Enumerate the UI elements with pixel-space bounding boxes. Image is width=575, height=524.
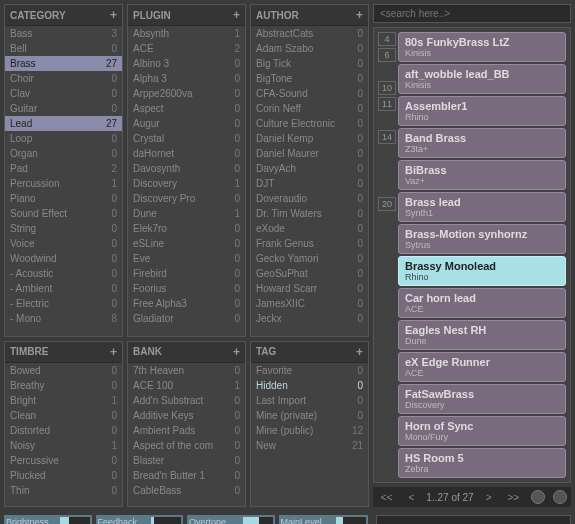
- search-input[interactable]: [373, 4, 571, 23]
- preset-item[interactable]: 80s FunkyBrass LtZKinisis: [398, 32, 566, 62]
- list-item[interactable]: Clav0: [5, 86, 122, 101]
- list-item[interactable]: Absynth1: [128, 26, 245, 41]
- list-item[interactable]: Aspect of the com0: [128, 438, 245, 453]
- add-icon[interactable]: +: [233, 345, 240, 359]
- list-item[interactable]: Davosynth0: [128, 161, 245, 176]
- preset-item[interactable]: Eagles Nest RHDune: [398, 320, 566, 350]
- list-item[interactable]: Gecko Yamori0: [251, 251, 368, 266]
- pager-first[interactable]: <<: [377, 492, 397, 503]
- list-item[interactable]: daHornet0: [128, 146, 245, 161]
- list-item[interactable]: CFA-Sound0: [251, 86, 368, 101]
- list-item[interactable]: Adam Szabo0: [251, 41, 368, 56]
- list-item[interactable]: Voice0: [5, 236, 122, 251]
- list-item[interactable]: Plucked0: [5, 468, 122, 483]
- list-item[interactable]: eSLine0: [128, 236, 245, 251]
- list-item[interactable]: Crystal0: [128, 131, 245, 146]
- list-item[interactable]: Percussion1: [5, 176, 122, 191]
- list-item[interactable]: New21: [251, 438, 368, 453]
- list-item[interactable]: Additive Keys0: [128, 408, 245, 423]
- list-item[interactable]: Aspect0: [128, 101, 245, 116]
- list-item[interactable]: Noisy1: [5, 438, 122, 453]
- list-item[interactable]: Brass27: [5, 56, 122, 71]
- list-item[interactable]: Frank Genus0: [251, 236, 368, 251]
- add-icon[interactable]: +: [356, 345, 363, 359]
- param-slider[interactable]: MainLevel: [279, 515, 368, 524]
- list-item[interactable]: Mine (private)0: [251, 408, 368, 423]
- list-item[interactable]: Sound Effect0: [5, 206, 122, 221]
- preset-item[interactable]: Car horn leadACE: [398, 288, 566, 318]
- list-item[interactable]: Favorite0: [251, 363, 368, 378]
- param-slider[interactable]: Brightness: [4, 515, 92, 524]
- list-item[interactable]: Piano0: [5, 191, 122, 206]
- list-item[interactable]: JamesXIIC0: [251, 296, 368, 311]
- pager-circle[interactable]: [531, 490, 545, 504]
- list-item[interactable]: Choir0: [5, 71, 122, 86]
- preset-item[interactable]: Horn of SyncMono/Fury: [398, 416, 566, 446]
- list-item[interactable]: - Acoustic0: [5, 266, 122, 281]
- param-slider[interactable]: Feedback: [96, 515, 184, 524]
- preset-item[interactable]: Brass-Motion synhornzSytrus: [398, 224, 566, 254]
- list-item[interactable]: Gladiator0: [128, 311, 245, 326]
- list-item[interactable]: Guitar0: [5, 101, 122, 116]
- plugin-list[interactable]: Absynth1ACE2Albino 30Alpha 30Arppe2600va…: [128, 26, 245, 336]
- list-item[interactable]: - Electric0: [5, 296, 122, 311]
- list-item[interactable]: String0: [5, 221, 122, 236]
- list-item[interactable]: Doveraudio0: [251, 191, 368, 206]
- list-item[interactable]: Hidden0: [251, 378, 368, 393]
- list-item[interactable]: ACE 1001: [128, 378, 245, 393]
- list-item[interactable]: - Mono8: [5, 311, 122, 326]
- list-item[interactable]: ACE2: [128, 41, 245, 56]
- author-list[interactable]: AbstractCats0Adam Szabo0Big Tick0BigTone…: [251, 26, 368, 336]
- list-item[interactable]: Arppe2600va0: [128, 86, 245, 101]
- list-item[interactable]: AbstractCats0: [251, 26, 368, 41]
- list-item[interactable]: Augur0: [128, 116, 245, 131]
- list-item[interactable]: Dr. Tim Waters0: [251, 206, 368, 221]
- list-item[interactable]: Organ0: [5, 146, 122, 161]
- list-item[interactable]: DJT0: [251, 176, 368, 191]
- list-item[interactable]: - Ambient0: [5, 281, 122, 296]
- list-item[interactable]: Mine (public)12: [251, 423, 368, 438]
- list-item[interactable]: CableBass0: [128, 483, 245, 498]
- param-slider[interactable]: Overtone: [187, 515, 275, 524]
- list-item[interactable]: Bread'n Butter 10: [128, 468, 245, 483]
- category-list[interactable]: Bass3Bell0Brass27Choir0Clav0Guitar0Lead2…: [5, 26, 122, 336]
- list-item[interactable]: Eve0: [128, 251, 245, 266]
- preset-item[interactable]: Assembler1Rhino: [398, 96, 566, 126]
- list-item[interactable]: Elek7ro0: [128, 221, 245, 236]
- list-item[interactable]: BigTone0: [251, 71, 368, 86]
- preset-item[interactable]: Band BrassZ3ta+: [398, 128, 566, 158]
- add-icon[interactable]: +: [356, 8, 363, 22]
- list-item[interactable]: Distorted0: [5, 423, 122, 438]
- list-item[interactable]: Firebird0: [128, 266, 245, 281]
- list-item[interactable]: Discovery1: [128, 176, 245, 191]
- list-item[interactable]: Howard Scarr0: [251, 281, 368, 296]
- list-item[interactable]: Albino 30: [128, 56, 245, 71]
- preset-list[interactable]: 80s FunkyBrass LtZKinisisaft_wobble lead…: [398, 32, 566, 478]
- pager-last[interactable]: >>: [503, 492, 523, 503]
- list-item[interactable]: Alpha 30: [128, 71, 245, 86]
- list-item[interactable]: Bell0: [5, 41, 122, 56]
- list-item[interactable]: 7th Heaven0: [128, 363, 245, 378]
- list-item[interactable]: Discovery Pro0: [128, 191, 245, 206]
- preset-item[interactable]: Brassy MonoleadRhino: [398, 256, 566, 286]
- list-item[interactable]: Dune1: [128, 206, 245, 221]
- add-icon[interactable]: +: [110, 345, 117, 359]
- list-item[interactable]: Daniel Maurer0: [251, 146, 368, 161]
- list-item[interactable]: Thin0: [5, 483, 122, 498]
- list-item[interactable]: eXode0: [251, 221, 368, 236]
- list-item[interactable]: Bowed0: [5, 363, 122, 378]
- list-item[interactable]: Foorius0: [128, 281, 245, 296]
- list-item[interactable]: Pad2: [5, 161, 122, 176]
- tag-list[interactable]: Favorite0Hidden0Last Import0Mine (privat…: [251, 363, 368, 506]
- list-item[interactable]: Bright1: [5, 393, 122, 408]
- preset-item[interactable]: aft_wobble lead_BBKinisis: [398, 64, 566, 94]
- bank-list[interactable]: 7th Heaven0ACE 1001Add'n Substract0Addit…: [128, 363, 245, 506]
- list-item[interactable]: Free Alpha30: [128, 296, 245, 311]
- add-icon[interactable]: +: [110, 8, 117, 22]
- list-item[interactable]: Blaster0: [128, 453, 245, 468]
- preset-item[interactable]: FatSawBrassDiscovery: [398, 384, 566, 414]
- list-item[interactable]: Loop0: [5, 131, 122, 146]
- list-item[interactable]: Clean0: [5, 408, 122, 423]
- timbre-list[interactable]: Bowed0Breathy0Bright1Clean0Distorted0Noi…: [5, 363, 122, 506]
- preset-item[interactable]: eX Edge RunnerACE: [398, 352, 566, 382]
